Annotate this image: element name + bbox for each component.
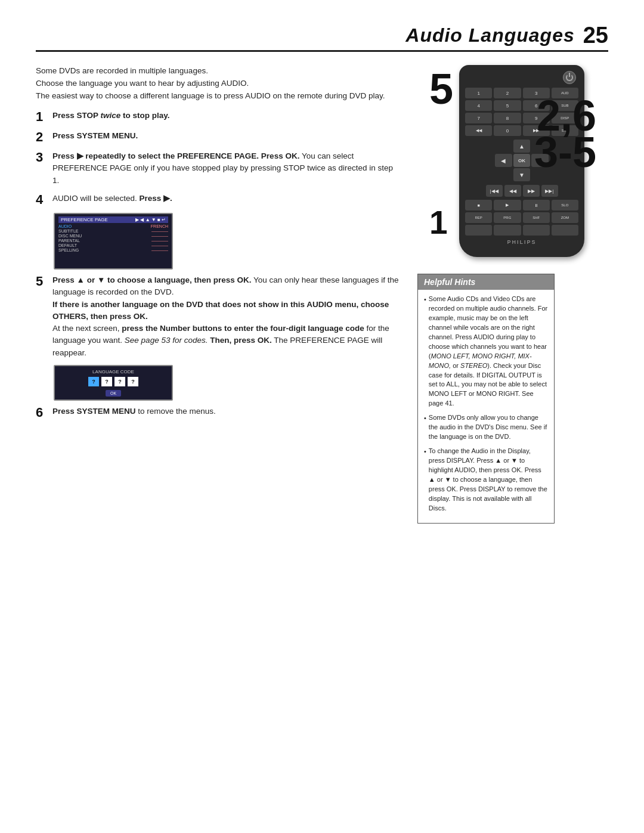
hint-text-2: Some DVDs only allow you to change the a… xyxy=(429,413,548,442)
main-layout: Some DVDs are recorded in multiple langu… xyxy=(36,65,608,524)
remote-btn-audio[interactable]: AUD xyxy=(552,88,578,98)
remote-control: 1 2 3 AUD 4 5 6 SUB 7 8 9 DISP ◀ xyxy=(459,65,566,257)
remote-btn-1[interactable]: 1 xyxy=(465,88,492,98)
remote-btn-9[interactable]: 9 xyxy=(523,113,550,123)
big-label-5: 5 xyxy=(429,71,453,107)
hints-body: • Some Audio CDs and Video CDs are recor… xyxy=(418,290,554,523)
transport-prev-chapter[interactable]: |◀◀ xyxy=(486,185,503,197)
remote-btn-r1[interactable] xyxy=(465,225,492,236)
step-4: 4 AUDIO will be selected. Press ▶. xyxy=(36,193,400,207)
big-label-1: 1 xyxy=(429,206,448,239)
remote-btn-5[interactable]: 5 xyxy=(494,100,521,111)
lang-char-1: ? xyxy=(88,377,99,386)
remote-btn-7[interactable]: 7 xyxy=(465,113,492,123)
remote-btn-next[interactable]: ▶▶ xyxy=(523,125,550,136)
step-2-text: Press SYSTEM MENU. xyxy=(52,130,138,142)
dpad-up[interactable]: ▲ xyxy=(513,140,531,153)
hint-bullet-3: • To change the Audio in the Display, pr… xyxy=(424,447,548,513)
lang-char-4: ? xyxy=(128,377,138,386)
transport-next-chapter[interactable]: ▶▶| xyxy=(541,185,558,197)
step-3-number: 3 xyxy=(36,150,49,165)
step-4-number: 4 xyxy=(36,193,49,207)
intro-line3: The easiest way to choose a different la… xyxy=(36,91,385,100)
step-5: 5 Press ▲ or ▼ to choose a language, the… xyxy=(36,274,400,359)
screen-image-1: PREFERENCE PAGE ▶ ◀ ▲ ▼ ■ ↵ AUDIOFRENCH … xyxy=(54,213,173,270)
remote-btn-prev[interactable]: ◀◀ xyxy=(465,125,492,136)
remote-btn-stop[interactable]: ■ xyxy=(465,200,492,210)
remote-btn-r3[interactable] xyxy=(523,225,550,236)
remote-transport: |◀◀ ◀◀ ▶▶ ▶▶| xyxy=(465,185,578,197)
step-2: 2 Press SYSTEM MENU. xyxy=(36,130,400,144)
lang-char-2: ? xyxy=(101,377,112,386)
remote-btn-8[interactable]: 8 xyxy=(494,113,521,123)
transport-rewind[interactable]: ◀◀ xyxy=(504,185,521,197)
remote-btn-prg[interactable]: PRG xyxy=(494,212,521,223)
dpad-right[interactable]: ▶ xyxy=(531,154,549,167)
remote-section: 5 2,6 3-5 1 xyxy=(429,65,596,257)
remote-dpad: ▲ ◀ OK ▶ ▼ xyxy=(495,140,549,181)
remote-btn-3[interactable]: 3 xyxy=(523,88,550,98)
remote-btn-zoom[interactable]: ZOM xyxy=(552,212,578,223)
step-1: 1 Press STOP twice to stop play. xyxy=(36,110,400,124)
step-4-text: AUDIO will be selected. Press ▶. xyxy=(52,193,172,205)
hint-bullet-1: • Some Audio CDs and Video CDs are recor… xyxy=(424,295,548,408)
bullet-dot-2: • xyxy=(424,414,426,423)
right-column: 5 2,6 3-5 1 xyxy=(417,65,608,524)
remote-btn-r2[interactable] xyxy=(494,225,521,236)
step-5-number: 5 xyxy=(36,274,49,289)
step-numbers-overlay-3: 1 xyxy=(429,206,448,239)
remote-btn-disp[interactable]: DISP xyxy=(552,113,578,123)
step-5-text: Press ▲ or ▼ to choose a language, then … xyxy=(52,274,400,359)
remote-btn-2[interactable]: 2 xyxy=(494,88,521,98)
remote-btn-slow[interactable]: SLO xyxy=(552,200,578,210)
remote-btn-pause[interactable]: ⏸ xyxy=(523,200,550,210)
hints-header: Helpful Hints xyxy=(418,274,554,290)
dpad-left[interactable]: ◀ xyxy=(495,154,512,167)
remote-number-grid: 1 2 3 AUD 4 5 6 SUB 7 8 9 DISP ◀ xyxy=(465,88,578,136)
dpad-down[interactable]: ▼ xyxy=(513,168,531,181)
remote-btn-6[interactable]: 6 xyxy=(523,100,550,111)
step-1-number: 1 xyxy=(36,110,49,124)
transport-ffwd[interactable]: ▶▶ xyxy=(523,185,540,197)
intro-line1: Some DVDs are recorded in multiple langu… xyxy=(36,66,208,75)
bullet-dot-3: • xyxy=(424,447,426,457)
intro-text: Some DVDs are recorded in multiple langu… xyxy=(36,65,400,103)
language-input-row: ? ? ? ? xyxy=(88,377,138,386)
step-6-text: Press SYSTEM MENU to remove the menus. xyxy=(52,405,216,417)
page-header: Audio Languages 25 xyxy=(36,24,608,52)
remote-brand-logo: PHILIPS xyxy=(465,239,578,245)
bullet-dot-1: • xyxy=(424,295,426,305)
helpful-hints-box: Helpful Hints • Some Audio CDs and Video… xyxy=(417,274,555,524)
page-number: 25 xyxy=(583,24,608,47)
ok-button-screen: OK xyxy=(106,390,121,397)
page-container: Audio Languages 25 Some DVDs are recorde… xyxy=(0,0,644,833)
remote-btn-0[interactable]: 0 xyxy=(494,125,521,136)
step-numbers-overlay: 5 xyxy=(429,71,453,107)
step-1-text: Press STOP twice to stop play. xyxy=(52,110,170,122)
page-title: Audio Languages xyxy=(405,24,574,47)
step-6: 6 Press SYSTEM MENU to remove the menus. xyxy=(36,405,400,420)
power-button[interactable] xyxy=(563,71,576,84)
remote-bottom-rows: ■ ▶ ⏸ SLO REP PRG SHF ZOM xyxy=(465,200,578,236)
lang-char-3: ? xyxy=(114,377,125,386)
remote-top-row xyxy=(465,70,578,85)
step-3-text: Press ▶ repeatedly to select the PREFERE… xyxy=(52,150,400,187)
remote-btn-rep[interactable]: REP xyxy=(465,212,492,223)
hint-text-1: Some Audio CDs and Video CDs are recorde… xyxy=(429,295,548,408)
remote-btn-sub[interactable]: SUB xyxy=(552,100,578,111)
hint-bullet-2: • Some DVDs only allow you to change the… xyxy=(424,413,548,442)
remote-btn-4[interactable]: 4 xyxy=(465,100,492,111)
remote-btn-play[interactable]: ▶ xyxy=(494,200,521,210)
remote-btn-shuf[interactable]: SHF xyxy=(523,212,550,223)
remote-btn-sys[interactable]: SYS xyxy=(552,125,578,136)
hint-text-3: To change the Audio in the Display, pres… xyxy=(429,447,548,513)
left-column: Some DVDs are recorded in multiple langu… xyxy=(36,65,400,426)
step-6-number: 6 xyxy=(36,405,49,420)
dpad-ok[interactable]: OK xyxy=(513,154,531,167)
remote-body: 1 2 3 AUD 4 5 6 SUB 7 8 9 DISP ◀ xyxy=(459,65,584,257)
intro-line2: Choose the language you want to hear by … xyxy=(36,79,249,88)
remote-btn-r4[interactable] xyxy=(552,225,578,236)
screen-title-bar: PREFERENCE PAGE ▶ ◀ ▲ ▼ ■ ↵ xyxy=(58,216,168,223)
step-2-number: 2 xyxy=(36,130,49,144)
step-3: 3 Press ▶ repeatedly to select the PREFE… xyxy=(36,150,400,187)
